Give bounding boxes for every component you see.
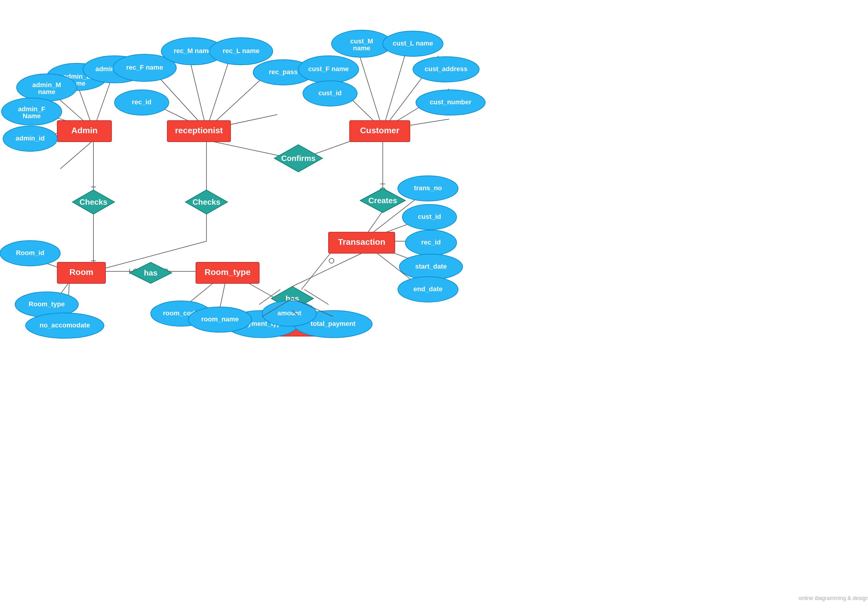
svg-point-52 — [329, 258, 334, 263]
rec-lname-text: rec_L name — [223, 47, 259, 54]
svg-line-5 — [60, 140, 93, 169]
checks-rec-label: Checks — [192, 197, 221, 207]
amount-text: amount — [277, 309, 301, 317]
watermark: online diagramming & design | creately — [799, 595, 868, 601]
svg-line-32 — [301, 252, 332, 289]
total-payment-text: total_payment — [310, 320, 356, 328]
svg-line-19 — [383, 44, 408, 130]
checks-admin-label: Checks — [79, 197, 108, 207]
room-type-attr-text: Room_type — [29, 300, 65, 308]
room-id-text: Room_id — [16, 249, 44, 256]
no-accomodate-text: no_accomodate — [39, 322, 90, 329]
admin-fname-text2: Name — [23, 112, 41, 120]
trans-enddate-text: end_date — [414, 285, 443, 293]
cust-mname-text: cust_M — [350, 37, 373, 45]
admin-mname-text2: name — [38, 88, 55, 96]
room-name-text: room_name — [202, 315, 239, 323]
rec-pass-text: rec_pass — [269, 68, 298, 76]
has-room-label: has — [144, 268, 158, 277]
cust-number-text: cust_number — [430, 98, 472, 106]
svg-line-9 — [190, 60, 206, 130]
rec-fname-text: rec_F name — [126, 64, 163, 71]
room-label: Room — [69, 267, 93, 277]
confirms-label: Confirms — [281, 154, 316, 163]
cust-id-text: cust_id — [318, 89, 341, 97]
receptionist-label: receptionist — [175, 126, 223, 135]
trans-recid-text: rec_id — [422, 238, 441, 246]
rec-mname-text: rec_M name — [174, 47, 212, 54]
admin-id-text: admin_id — [16, 134, 45, 142]
creates-label: Creates — [368, 196, 397, 205]
svg-line-60 — [292, 253, 362, 286]
admin-label: Admin — [71, 126, 98, 135]
cust-lname-text: cust_L name — [393, 39, 433, 47]
cust-fname-text: cust_F name — [308, 65, 349, 73]
admin-mname-text: admin_M — [32, 81, 61, 89]
cust-address-text: cust_address — [425, 65, 467, 73]
rec-id-text: rec_id — [132, 98, 152, 106]
cust-mname-text2: name — [353, 44, 370, 52]
trans-startdate-text: start_date — [415, 263, 446, 270]
room-type-label: Room_type — [205, 267, 250, 277]
trans-custid-text: cust_id — [418, 213, 441, 221]
customer-label: Customer — [360, 126, 400, 135]
admin-fname-text: admin_F — [18, 105, 45, 113]
trans-no-text: trans_no — [414, 184, 442, 192]
transaction-label: Transaction — [338, 237, 385, 247]
